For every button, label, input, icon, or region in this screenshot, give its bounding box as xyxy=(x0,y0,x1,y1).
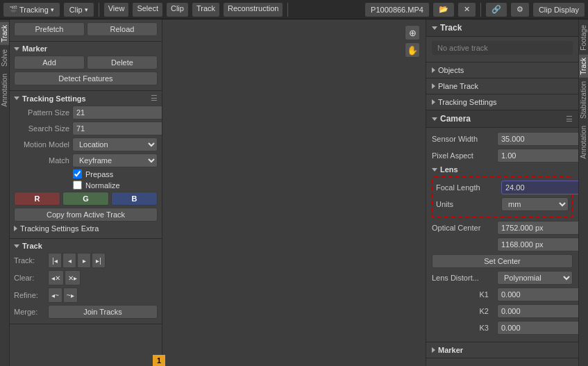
lens-distort-select[interactable]: Polynomial xyxy=(497,271,573,285)
clip-display-btn[interactable]: Clip Display xyxy=(532,2,585,17)
vtab-annotation[interactable]: Annotation xyxy=(0,71,9,110)
right-tracking-settings-icon xyxy=(432,99,435,105)
clear-fwd-btn[interactable]: ✕▸ xyxy=(65,270,81,285)
lens-distort-row: Lens Distort... Polynomial xyxy=(432,271,573,285)
delete-button[interactable]: Delete xyxy=(87,56,158,69)
optical-center-y-row xyxy=(432,238,573,251)
search-size-input[interactable] xyxy=(72,122,162,135)
plane-track-icon xyxy=(432,83,435,89)
prefetch-button[interactable]: Prefetch xyxy=(14,22,85,36)
top-toolbar: 🎬 Tracking ▾ Clip ▾ View Select Clip Tra… xyxy=(0,0,588,19)
k1-input[interactable] xyxy=(497,288,578,301)
center-area: ⊕ ✋ xyxy=(162,19,426,366)
add-button[interactable]: Add xyxy=(14,56,85,69)
join-tracks-button[interactable]: Join Tracks xyxy=(48,305,158,319)
optical-center-x-input[interactable] xyxy=(497,221,578,235)
track-control-row: Track: |◂ ◂ ▸ ▸| xyxy=(14,253,158,268)
k3-input[interactable] xyxy=(497,321,578,335)
tracking-settings-collapse-icon xyxy=(14,97,19,100)
refine-fwd-btn[interactable]: ~▸ xyxy=(63,288,78,303)
viewer-tools: ⊕ ✋ xyxy=(405,25,420,58)
track-section-collapse-icon xyxy=(14,244,19,248)
sensor-width-input[interactable] xyxy=(497,132,578,146)
g-button[interactable]: G xyxy=(62,192,109,206)
left-panel: Prefetch Reload Marker Add Delete Detect… xyxy=(10,19,162,366)
cursor-tool-btn[interactable]: ⊕ xyxy=(405,25,420,40)
marker-header[interactable]: Marker xyxy=(14,44,158,53)
prepass-checkbox[interactable] xyxy=(73,169,82,178)
tracking-settings-extra-header[interactable]: Tracking Settings Extra xyxy=(14,224,158,233)
file-close[interactable]: ✕ xyxy=(457,2,476,17)
track-section: Track Track: |◂ ◂ ▸ ▸| Clear: ◂✕ ✕▸ xyxy=(10,239,162,324)
vtab-stabilization[interactable]: Stabilization xyxy=(579,78,588,122)
optical-center-y-input[interactable] xyxy=(497,238,578,251)
menu-view[interactable]: View xyxy=(103,2,130,17)
vtab-right-track[interactable]: Track xyxy=(579,55,588,78)
track-to-start-btn[interactable]: |◂ xyxy=(48,253,62,268)
right-track-header[interactable]: Track xyxy=(426,19,578,37)
r-button[interactable]: R xyxy=(14,192,60,206)
reload-button[interactable]: Reload xyxy=(87,22,158,36)
menu-clip[interactable]: Clip xyxy=(166,2,189,17)
menu-select[interactable]: Select xyxy=(132,2,163,17)
set-center-button[interactable]: Set Center xyxy=(432,254,573,268)
camera-section-header[interactable]: Camera ☰ xyxy=(426,110,578,128)
focal-length-input[interactable] xyxy=(501,181,578,194)
vtab-track[interactable]: Track xyxy=(0,22,9,45)
lens-sub-header[interactable]: Lens xyxy=(432,165,573,174)
b-button[interactable]: B xyxy=(111,192,158,206)
right-track-collapse-icon xyxy=(432,26,437,30)
refine-control-row: Refine: ◂~ ~▸ xyxy=(14,288,158,303)
marker-collapse-icon xyxy=(14,47,19,51)
right-tracking-settings-header[interactable]: Tracking Settings xyxy=(426,94,578,110)
objects-header[interactable]: Objects xyxy=(426,63,578,78)
camera-body: Sensor Width Pixel Aspect Lens Focal Len… xyxy=(426,128,578,342)
camera-collapse-icon xyxy=(432,117,437,121)
track-to-end-btn[interactable]: ▸| xyxy=(92,253,106,268)
tracking-settings-section: Tracking Settings ☰ Pattern Size Search … xyxy=(10,91,162,239)
k3-row: K3 xyxy=(432,321,573,335)
camera-settings-icon[interactable]: ☰ xyxy=(566,115,573,124)
copy-from-active-track-button[interactable]: Copy from Active Track xyxy=(14,208,158,222)
clear-back-btn[interactable]: ◂✕ xyxy=(48,270,64,285)
units-select[interactable]: mm xyxy=(501,197,569,211)
track-section-header[interactable]: Track xyxy=(14,242,158,250)
motion-model-select[interactable]: Location xyxy=(72,138,158,151)
detect-features-button[interactable]: Detect Features xyxy=(14,72,158,85)
prefetch-section: Prefetch Reload xyxy=(10,19,162,42)
k2-row: K2 xyxy=(432,304,573,318)
tracking-settings-header[interactable]: Tracking Settings ☰ xyxy=(14,94,158,103)
vtab-right-annotation[interactable]: Annotation xyxy=(579,123,588,162)
pixel-aspect-row: Pixel Aspect xyxy=(432,149,573,163)
focal-length-row: Focal Length xyxy=(436,181,569,194)
clip-dropdown[interactable]: Clip ▾ xyxy=(63,2,94,17)
match-select[interactable]: Keyframe xyxy=(72,153,158,167)
pattern-size-input[interactable] xyxy=(72,106,162,119)
toolbar-separator-3 xyxy=(480,3,481,17)
vtab-solve[interactable]: Solve xyxy=(0,47,9,69)
clear-buttons: ◂✕ ✕▸ xyxy=(48,270,158,285)
plane-track-header[interactable]: Plane Track xyxy=(426,78,578,94)
settings-btn[interactable]: ⚙ xyxy=(510,2,530,17)
focal-highlight-box: Focal Length Units mm xyxy=(432,176,573,218)
menu-track[interactable]: Track xyxy=(192,2,220,17)
k2-input[interactable] xyxy=(497,304,578,318)
menu-reconstruction[interactable]: Reconstruction xyxy=(223,2,283,17)
merge-control-row: Merge: Join Tracks xyxy=(14,305,158,319)
track-back-btn[interactable]: ◂ xyxy=(62,253,76,268)
normalize-checkbox[interactable] xyxy=(73,181,82,190)
pixel-aspect-input[interactable] xyxy=(497,149,578,163)
link-btn[interactable]: 🔗 xyxy=(485,2,507,17)
pattern-size-row: Pattern Size xyxy=(14,106,158,119)
editor-mode-dropdown[interactable]: 🎬 Tracking ▾ xyxy=(3,2,60,17)
toolbar-separator-1 xyxy=(99,3,99,17)
track-fwd-btn[interactable]: ▸ xyxy=(77,253,91,268)
marker-section: Marker Add Delete Detect Features xyxy=(10,42,162,91)
tracking-settings-menu-icon[interactable]: ☰ xyxy=(151,94,158,103)
refine-back-btn[interactable]: ◂~ xyxy=(48,288,62,303)
file-name: P1000866.MP4 xyxy=(364,2,430,17)
vtab-footage[interactable]: Footage xyxy=(579,22,588,53)
right-marker-header[interactable]: Marker xyxy=(426,342,578,358)
hand-tool-btn[interactable]: ✋ xyxy=(405,42,420,58)
file-browse[interactable]: 📂 xyxy=(432,2,455,17)
